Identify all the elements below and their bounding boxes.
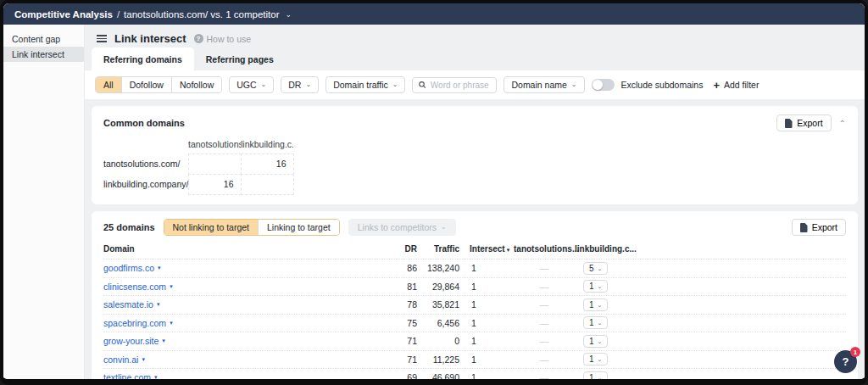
traffic-value: 35,821 (417, 299, 459, 310)
chevron-down-icon: ⌄ (261, 81, 267, 88)
table-header-row: Domain DR Traffic Intersect▾ tanotsoluti… (103, 242, 846, 259)
dr-value: 69 (383, 372, 417, 379)
intersect-value: 1 (459, 354, 514, 365)
table-row: grow-your.site ▾ 71 0 1 — 1 ⌄ (103, 332, 846, 350)
common-domains-title: Common domains (103, 118, 185, 128)
table-row: goodfirms.co ▾ 86 138,240 1 — 5 ⌄ (103, 259, 846, 277)
exclude-subdomains-label: Exclude subdomains (621, 80, 704, 90)
competitor-links-select[interactable]: 1 ⌄ (583, 371, 608, 379)
domain-link[interactable]: spacebring.com ▾ (103, 318, 383, 328)
sidebar-item-link-intersect[interactable]: Link intersect (3, 47, 84, 62)
sidebar-item-content-gap[interactable]: Content gap (3, 31, 84, 47)
column-header-traffic[interactable]: Traffic (417, 244, 459, 254)
intersect-value: 1 (459, 299, 514, 310)
domain-link[interactable]: clinicsense.com ▾ (103, 282, 383, 292)
chevron-down-icon: ⌄ (598, 375, 603, 379)
chevron-down-icon: ▾ (158, 265, 161, 271)
exclude-subdomains-toggle[interactable] (592, 79, 615, 91)
file-export-icon (785, 119, 793, 128)
filter-all-button[interactable]: All (96, 77, 121, 92)
page-title: Link intersect (114, 32, 186, 45)
chevron-down-icon: ⌄ (392, 81, 398, 88)
top-navigation-bar: Competitive Analysis / tanotsolutions.co… (3, 3, 865, 25)
not-linking-to-target-button[interactable]: Not linking to target (164, 220, 258, 235)
competitor-links-select[interactable]: 1 ⌄ (583, 353, 608, 365)
breadcrumb-app-section[interactable]: Competitive Analysis (14, 9, 113, 20)
notification-badge: 1 (850, 347, 860, 357)
dr-value: 78 (383, 299, 417, 310)
keyword-search-field[interactable] (412, 77, 497, 93)
table-row: clinicsense.com ▾ 81 29,864 1 — 1 ⌄ (103, 277, 846, 296)
traffic-value: 6,456 (417, 318, 459, 328)
target-links-value: — (514, 336, 575, 346)
link-type-segmented-control: All Dofollow Nofollow (95, 76, 222, 93)
ugc-dropdown[interactable]: UGC ⌄ (229, 76, 274, 93)
linking-to-target-button[interactable]: Linking to target (258, 220, 339, 235)
breadcrumb-comparison[interactable]: tanotsolutions.com/ vs. 1 competitor (124, 9, 279, 20)
matrix-row-label: linkbuilding.company/ (103, 174, 188, 194)
sort-desc-icon: ▾ (507, 247, 510, 253)
add-filter-button[interactable]: + Add filter (713, 80, 759, 91)
column-header-competitor[interactable]: linkbuilding.c... (575, 244, 649, 254)
menu-hamburger-icon[interactable] (97, 35, 107, 42)
domain-link[interactable]: convin.ai ▾ (103, 354, 383, 365)
chevron-down-icon: ⌄ (571, 81, 577, 88)
breadcrumb-separator: / (117, 9, 120, 20)
filter-dofollow-button[interactable]: Dofollow (121, 77, 171, 92)
link-mode-group: Not linking to target Linking to target (164, 219, 340, 236)
domain-traffic-dropdown[interactable]: Domain traffic ⌄ (326, 76, 405, 93)
search-mode-dropdown[interactable]: Domain name ⌄ (504, 76, 584, 93)
help-button[interactable]: ? 1 (834, 350, 857, 373)
intersect-value: 1 (459, 263, 514, 273)
dr-dropdown-label: DR (288, 80, 301, 90)
matrix-cell (241, 174, 294, 195)
competitor-links-select[interactable]: 1 ⌄ (583, 280, 608, 293)
domain-link[interactable]: textline.com ▾ (103, 372, 383, 379)
export-button[interactable]: Export (776, 114, 831, 131)
matrix-cell[interactable]: 16 (241, 153, 294, 175)
chevron-down-icon: ▾ (170, 320, 173, 326)
chevron-down-icon[interactable]: ⌄ (286, 10, 292, 19)
competitor-links-select[interactable]: 1 ⌄ (583, 299, 608, 311)
column-header-target[interactable]: tanotsolutions... (514, 244, 575, 254)
domains-table-card: 25 domains Not linking to target Linking… (92, 211, 858, 379)
target-links-value: — (514, 372, 575, 379)
app-window: Competitive Analysis / tanotsolutions.co… (0, 0, 868, 385)
sidebar-item-label: Content gap (12, 34, 60, 44)
competitor-links-cell: 1 ⌄ (575, 371, 649, 379)
competitor-links-select[interactable]: 1 ⌄ (583, 316, 608, 329)
column-header-domain[interactable]: Domain (103, 244, 383, 254)
sidebar: Content gap Link intersect (3, 25, 85, 379)
domain-link[interactable]: goodfirms.co ▾ (103, 263, 383, 273)
chevron-down-icon: ⌄ (598, 265, 603, 271)
tab-referring-pages[interactable]: Referring pages (194, 47, 286, 70)
competitor-links-cell: 1 ⌄ (575, 353, 649, 365)
competitor-links-cell: 1 ⌄ (575, 316, 649, 329)
how-to-use-link[interactable]: ? How to use (194, 34, 252, 44)
add-filter-label: Add filter (724, 80, 759, 90)
dr-value: 81 (383, 282, 417, 292)
competitor-links-select[interactable]: 5 ⌄ (583, 262, 608, 275)
search-input[interactable] (431, 81, 491, 90)
collapse-chevron-up-icon[interactable]: ⌃ (839, 119, 846, 128)
dr-dropdown[interactable]: DR ⌄ (281, 76, 319, 93)
target-links-value: — (514, 299, 575, 310)
chevron-down-icon: ▾ (157, 301, 160, 308)
domain-link[interactable]: salesmate.io ▾ (103, 299, 383, 310)
competitor-links-select[interactable]: 1 ⌄ (583, 335, 608, 348)
matrix-cell[interactable]: 16 (188, 174, 242, 195)
domain-link[interactable]: grow-your.site ▾ (103, 336, 383, 346)
filter-nofollow-button[interactable]: Nofollow (171, 77, 221, 92)
main-content: Link intersect ? How to use Referring do… (85, 25, 865, 379)
intersect-value: 1 (459, 372, 514, 379)
question-icon: ? (843, 355, 849, 368)
dr-value: 75 (383, 318, 417, 328)
dr-value: 71 (383, 354, 417, 365)
column-header-dr[interactable]: DR (383, 244, 417, 254)
column-header-intersect[interactable]: Intersect▾ (459, 244, 514, 254)
competitor-links-cell: 1 ⌄ (575, 335, 649, 348)
tab-referring-domains[interactable]: Referring domains (92, 47, 194, 70)
export-button[interactable]: Export (792, 219, 846, 236)
links-to-competitors-label: Links to competitors (358, 222, 437, 232)
domain-traffic-dropdown-label: Domain traffic (333, 80, 388, 90)
